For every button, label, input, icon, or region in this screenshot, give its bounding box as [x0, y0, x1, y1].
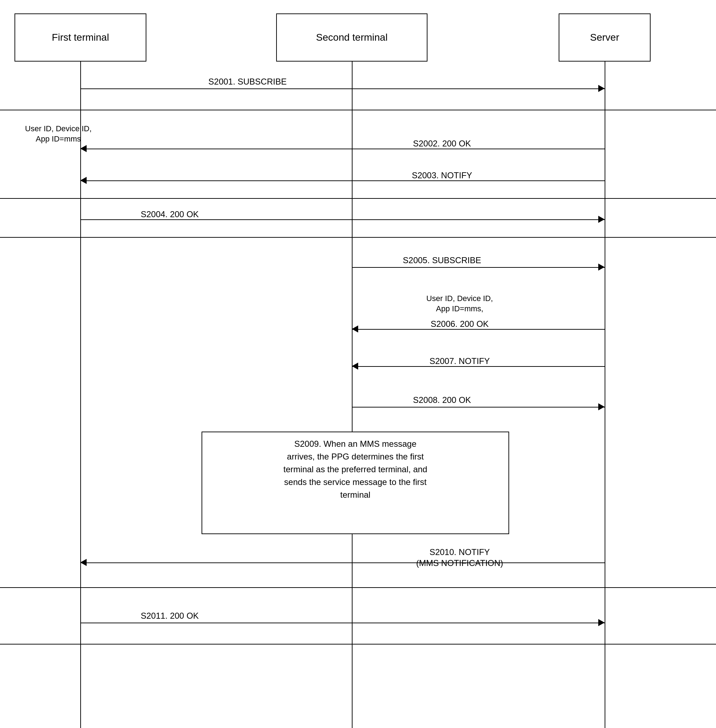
s2005-label: S2005. SUBSCRIBE: [353, 255, 530, 266]
sequence-diagram: First terminal Second terminal Server S2…: [0, 0, 716, 728]
s2003-line: [80, 181, 605, 181]
s2002-extra-label: User ID, Device ID,App ID=mms: [14, 124, 103, 144]
s2002-arrowhead: [80, 145, 86, 152]
first-terminal-label: First terminal: [52, 32, 109, 43]
s2010-label: S2010. NOTIFY(MMS NOTIFICATION): [371, 547, 548, 568]
s2010-arrowhead: [80, 559, 86, 566]
s2008-label: S2008. 200 OK: [353, 394, 530, 406]
divider-2: [0, 198, 716, 199]
s2005-line: [352, 267, 605, 268]
s2009-note: S2009. When an MMS message arrives, the …: [202, 432, 509, 534]
s2011-line: [80, 623, 605, 623]
s2001-arrowhead: [598, 85, 605, 92]
divider-1: [0, 109, 716, 110]
s2006-label: S2006. 200 OK: [371, 318, 548, 329]
s2001-line: [80, 88, 605, 89]
second-terminal-lifeline: [352, 62, 352, 728]
first-terminal-box: First terminal: [15, 14, 146, 62]
s2007-arrowhead: [352, 363, 358, 370]
s2011-arrowhead: [598, 619, 605, 626]
s2004-arrowhead: [598, 216, 605, 223]
divider-bottom: [0, 644, 716, 644]
divider-4: [0, 587, 716, 588]
s2004-label: S2004. 200 OK: [99, 209, 240, 220]
s2005-arrowhead: [598, 263, 605, 271]
s2009-label: S2009. When an MMS message arrives, the …: [284, 439, 428, 500]
s2001-label: S2001. SUBSCRIBE: [141, 76, 353, 87]
s2002-label: S2002. 200 OK: [371, 138, 513, 149]
server-lifeline: [605, 62, 605, 728]
s2002-line: [80, 149, 605, 149]
first-terminal-lifeline: [80, 62, 81, 728]
s2003-arrowhead: [80, 177, 86, 184]
second-terminal-box: Second terminal: [276, 14, 428, 62]
s2011-label: S2011. 200 OK: [99, 610, 240, 621]
s2006-arrowhead: [352, 325, 358, 333]
s2008-line: [352, 407, 605, 407]
s2007-label: S2007. NOTIFY: [371, 356, 548, 366]
server-label: Server: [590, 32, 619, 43]
s2008-arrowhead: [598, 403, 605, 410]
s2006-extra-label: User ID, Device ID,App ID=mms,: [371, 293, 548, 314]
second-terminal-label: Second terminal: [316, 32, 388, 43]
server-box: Server: [559, 14, 651, 62]
s2003-label: S2003. NOTIFY: [371, 170, 513, 181]
divider-3: [0, 237, 716, 238]
